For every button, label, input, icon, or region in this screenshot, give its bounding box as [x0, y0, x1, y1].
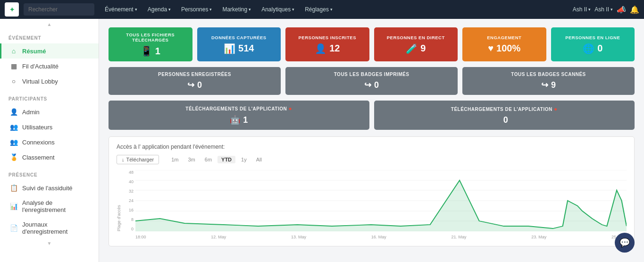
chevron-down-icon: ▾ — [588, 7, 591, 12]
sidebar-label-suivi: Suivi de l'assiduité — [22, 185, 73, 192]
sidebar-label-lobby: Virtual Lobby — [22, 78, 58, 85]
time-btn-1y[interactable]: 1y — [237, 156, 251, 163]
chevron-down-icon: ▾ — [330, 7, 333, 12]
sidebar-item-analyse[interactable]: 📊 Analyse de l'enregistrement — [0, 195, 99, 217]
time-btn-ytd[interactable]: YTD — [217, 156, 235, 163]
document-icon: 📄 — [10, 224, 17, 232]
menu-marketing[interactable]: Marketing ▾ — [217, 4, 256, 15]
circle-icon: ○ — [10, 77, 17, 85]
main-content: TOUS LES FICHIERS TÉLÉCHARGÉS 📱 1 DONNÉE… — [99, 19, 644, 262]
logo: ✦ — [5, 2, 19, 17]
stat-card-direct: PERSONNES EN DIRECT 🧪 9 — [374, 27, 458, 61]
stat-card-enligne: PERSONNES EN LIGNE 🌐 0 — [551, 27, 635, 61]
stat-label-enligne: PERSONNES EN LIGNE — [565, 35, 620, 40]
chevron-down-icon: ▾ — [249, 7, 251, 12]
user-menu-2[interactable]: Ash II ▾ — [594, 6, 613, 13]
download-icon: ↓ — [122, 157, 125, 162]
sidebar-item-suivi[interactable]: 📋 Suivi de l'assiduité — [0, 180, 99, 195]
user-name-1: Ash II — [573, 6, 587, 13]
stat-label-inscrites: PERSONNES INSCRITES — [299, 35, 356, 40]
chart-controls: ↓ Télécharger 1m 3m 6m YTD 1y All — [117, 155, 627, 164]
stat-card-donnees: DONNÉES CAPTURÉES 📊 514 — [197, 27, 281, 61]
sidebar-item-classement[interactable]: 🏅 Classement — [0, 150, 99, 165]
sidebar-label-resume: Résumé — [22, 48, 46, 55]
bar-chart-icon: 📊 — [224, 43, 235, 54]
sidebar-item-connexions[interactable]: 👥 Connexions — [0, 135, 99, 150]
stat-value-inscrites: 👤 12 — [315, 43, 340, 54]
chart-title: Accès à l' application pendant l'événeme… — [117, 144, 627, 150]
sidebar-item-admin[interactable]: 👤 Admin — [0, 104, 99, 119]
stat-value-direct: 🧪 9 — [406, 43, 426, 54]
time-range-buttons: 1m 3m 6m YTD 1y All — [167, 156, 266, 163]
users-icon: 👥 — [10, 123, 17, 131]
stat-value-badges-scannes: ↪ 9 — [541, 80, 556, 90]
grid-icon: ▦ — [10, 62, 17, 70]
sidebar-item-journaux[interactable]: 📄 Journaux d'enregistrement — [0, 217, 99, 239]
chat-button[interactable]: 💬 — [615, 233, 635, 253]
home-icon: ⌂ — [10, 47, 17, 55]
sidebar-label-analyse: Analyse de l'enregistrement — [22, 199, 90, 213]
user-menu-1[interactable]: Ash II ▾ — [573, 6, 591, 13]
x-axis-labels: 18:00 12. May 13. May 16. May 21. May 23… — [135, 233, 627, 239]
sidebar-item-utilisateurs[interactable]: 👥 Utilisateurs — [0, 119, 99, 135]
connections-icon: 👥 — [10, 138, 17, 146]
stat-value-donnees: 📊 514 — [224, 43, 254, 54]
ios-dot: ● — [554, 106, 558, 112]
search-input[interactable] — [24, 3, 94, 16]
chart-svg — [135, 170, 627, 231]
menu-analytiques[interactable]: Analytiques ▾ — [257, 4, 299, 15]
badge-print-icon: ↪ — [364, 80, 371, 90]
menu-agenda[interactable]: Agenda ▾ — [143, 4, 176, 15]
top-right-controls: Ash II ▾ Ash II ▾ 📣 🔔 — [573, 5, 639, 14]
main-menu: Événement ▾ Agenda ▾ Personnes ▾ Marketi… — [100, 4, 571, 15]
sidebar-label-utilisateurs: Utilisateurs — [22, 124, 52, 131]
flask-icon: 🧪 — [406, 43, 418, 54]
stats-row-1: TOUS LES FICHIERS TÉLÉCHARGÉS 📱 1 DONNÉE… — [109, 27, 635, 61]
stat-card-badges-imprimes: TOUS LES BADGES IMPRIMÉS ↪ 0 — [285, 67, 458, 95]
globe-icon: 🌐 — [583, 43, 594, 54]
sidebar-section-evenement: ÉVÉNEMENT — [0, 28, 99, 43]
sidebar-item-resume[interactable]: ⌂ Résumé — [0, 43, 99, 59]
menu-evenement[interactable]: Événement ▾ — [100, 4, 142, 15]
user-icon: 👤 — [10, 108, 17, 116]
chevron-down-icon: ▾ — [209, 7, 212, 12]
clipboard-icon: 📋 — [10, 184, 17, 192]
mobile-icon: 📱 — [141, 45, 152, 57]
menu-reglages[interactable]: Réglages ▾ — [300, 4, 337, 15]
y-axis-label: Plage d'accès — [117, 170, 121, 231]
scroll-down-indicator: ▼ — [47, 241, 52, 246]
user-name-2: Ash II — [594, 6, 609, 13]
sidebar: ▲ ÉVÉNEMENT ⌂ Résumé ▦ Fil d'Actualité ○… — [0, 19, 99, 262]
sidebar-section-participants: PARTICIPANTS — [0, 89, 99, 104]
announce-button[interactable]: 📣 — [617, 5, 626, 14]
sidebar-label-connexions: Connexions — [22, 139, 55, 146]
stat-card-ios-downloads: TÉLÉCHARGEMENTS DE L'APPLICATION ● 0 — [374, 101, 635, 130]
stat-card-enregistrees: PERSONNES ENREGISTRÉES ↪ 0 — [109, 67, 281, 95]
sidebar-section-presence: PRÉSENCE — [0, 165, 99, 180]
stat-card-engagement: ENGAGEMENT ♥ 100% — [462, 27, 546, 61]
login-icon: ↪ — [187, 80, 194, 90]
stat-label-donnees: DONNÉES CAPTURÉES — [211, 35, 267, 40]
chart-icon: 📊 — [10, 203, 17, 210]
sidebar-item-virtual-lobby[interactable]: ○ Virtual Lobby — [0, 74, 99, 89]
time-btn-3m[interactable]: 3m — [184, 156, 199, 163]
android-icon: 🤖 — [230, 115, 240, 125]
chevron-down-icon: ▾ — [611, 7, 613, 12]
stat-label-direct: PERSONNES EN DIRECT — [387, 35, 445, 40]
time-btn-all[interactable]: All — [252, 156, 266, 163]
stat-label-engagement: ENGAGEMENT — [487, 35, 521, 40]
stat-card-fichiers: TOUS LES FICHIERS TÉLÉCHARGÉS 📱 1 — [109, 27, 192, 61]
download-button[interactable]: ↓ Télécharger — [117, 155, 159, 164]
notification-bell-button[interactable]: 🔔 — [630, 5, 639, 14]
scroll-up-indicator: ▲ — [47, 22, 52, 27]
sidebar-item-fil-actualite[interactable]: ▦ Fil d'Actualité — [0, 59, 99, 74]
menu-personnes[interactable]: Personnes ▾ — [176, 4, 217, 15]
stat-label-badges-imprimes: TOUS LES BADGES IMPRIMÉS — [334, 72, 410, 77]
time-btn-1m[interactable]: 1m — [167, 156, 182, 163]
stat-value-android-downloads: 🤖 1 — [230, 115, 248, 125]
stat-label-enregistrees: PERSONNES ENREGISTRÉES — [158, 72, 231, 77]
sidebar-label-journaux: Journaux d'enregistrement — [22, 221, 90, 235]
person-icon: 👤 — [315, 43, 326, 54]
stats-row-2: PERSONNES ENREGISTRÉES ↪ 0 TOUS LES BADG… — [109, 67, 635, 95]
time-btn-6m[interactable]: 6m — [201, 156, 216, 163]
